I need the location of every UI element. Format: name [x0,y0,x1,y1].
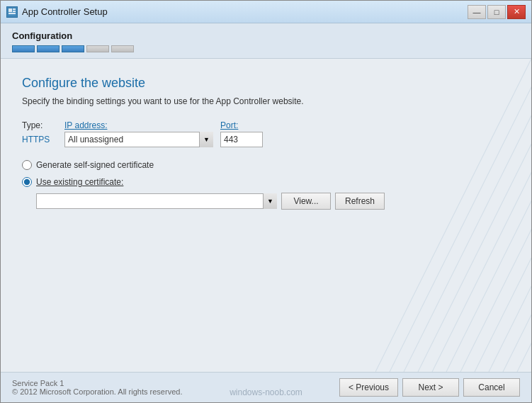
svg-rect-4 [9,13,16,14]
previous-button[interactable]: < Previous [339,378,398,397]
progress-seg-5 [111,45,134,52]
cert-select[interactable] [36,193,277,209]
main-panel: Configure the website Specify the bindin… [1,59,531,372]
radio-existing-label: Use existing certificate: [36,177,123,187]
next-button[interactable]: Next > [402,378,459,397]
page-description: Specify the binding settings you want to… [22,96,510,106]
app-window: App Controller Setup — □ ✕ Configuration [0,0,532,403]
progress-seg-1 [12,45,35,52]
copyright-text: © 2012 Microsoft Corporation. All rights… [12,387,182,396]
page-title: Configure the website [22,76,510,91]
radio-item-existing: Use existing certificate: [22,177,510,187]
svg-rect-3 [13,11,16,12]
content-area: Configuration [1,23,531,402]
radio-item-self-signed: Generate self-signed certificate [22,160,510,170]
ip-select[interactable]: All unassigned [64,132,213,147]
refresh-button[interactable]: Refresh [335,193,385,210]
radio-existing[interactable] [22,177,32,187]
port-label: Port: [220,120,238,130]
service-pack-text: Service Pack 1 [12,379,182,387]
progress-seg-3 [62,45,84,52]
svg-rect-1 [9,8,12,12]
footer-info: Service Pack 1 © 2012 Microsoft Corporat… [12,379,182,396]
cert-select-wrapper: ▼ [36,193,277,209]
ip-select-wrapper: All unassigned ▼ [64,132,213,147]
form-labels-row: Type: IP address: Port: [22,120,510,130]
port-input[interactable] [220,132,263,147]
app-icon [6,6,18,18]
radio-group: Generate self-signed certificate Use exi… [22,160,510,187]
cert-row: ▼ View... Refresh [36,193,510,210]
maximize-button[interactable]: □ [487,5,506,19]
radio-self-signed-label: Generate self-signed certificate [36,160,154,170]
form-area: Configure the website Specify the bindin… [1,59,531,372]
config-label: Configuration [12,30,520,41]
progress-seg-2 [37,45,60,52]
type-label: Type: [22,120,64,130]
title-bar: App Controller Setup — □ ✕ [1,1,531,23]
footer-buttons: < Previous Next > Cancel [339,378,520,397]
close-button[interactable]: ✕ [507,5,526,19]
cancel-button[interactable]: Cancel [463,378,520,397]
window-controls: — □ ✕ [468,5,526,19]
progress-bar [12,45,520,52]
radio-self-signed[interactable] [22,160,32,170]
ip-label: IP address: [64,120,220,130]
minimize-button[interactable]: — [468,5,486,19]
type-value: HTTPS [22,135,64,144]
svg-rect-2 [13,8,16,10]
title-bar-left: App Controller Setup [6,6,108,18]
config-header: Configuration [1,23,531,59]
form-values-row: HTTPS All unassigned ▼ [22,132,510,147]
view-button[interactable]: View... [281,193,331,210]
window-title: App Controller Setup [22,6,108,17]
footer: Service Pack 1 © 2012 Microsoft Corporat… [1,372,531,402]
progress-seg-4 [86,45,109,52]
